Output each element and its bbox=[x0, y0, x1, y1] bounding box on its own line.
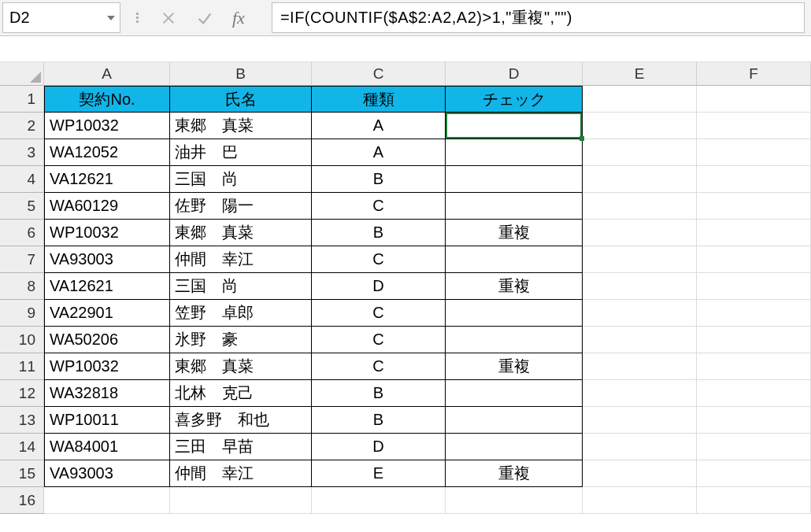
cell-B7[interactable]: 仲間 幸江 bbox=[170, 246, 312, 273]
cell-E16[interactable] bbox=[583, 487, 697, 514]
col-header-F[interactable]: F bbox=[697, 62, 811, 86]
cell-A10[interactable]: WA50206 bbox=[44, 327, 170, 353]
cell-B3[interactable]: 油井 巴 bbox=[170, 139, 312, 166]
cell-E14[interactable] bbox=[583, 434, 697, 460]
cell-F7[interactable] bbox=[697, 246, 811, 273]
cell-A1[interactable]: 契約No. bbox=[44, 86, 170, 113]
cell-E9[interactable] bbox=[583, 300, 697, 327]
cell-C8[interactable]: D bbox=[312, 273, 446, 300]
cell-D14[interactable] bbox=[446, 434, 583, 460]
cell-B10[interactable]: 氷野 豪 bbox=[170, 327, 312, 353]
cell-A8[interactable]: VA12621 bbox=[44, 273, 170, 300]
cell-F12[interactable] bbox=[697, 380, 811, 407]
cell-A12[interactable]: WA32818 bbox=[44, 380, 170, 407]
cell-D6[interactable]: 重複 bbox=[446, 220, 583, 246]
cancel-icon[interactable] bbox=[160, 9, 177, 27]
cell-B9[interactable]: 笠野 卓郎 bbox=[170, 300, 312, 327]
cell-E10[interactable] bbox=[583, 327, 697, 353]
cell-C15[interactable]: E bbox=[312, 460, 446, 487]
cell-D3[interactable] bbox=[446, 139, 583, 166]
cell-C12[interactable]: B bbox=[312, 380, 446, 407]
cell-E6[interactable] bbox=[583, 220, 697, 246]
cell-D11[interactable]: 重複 bbox=[446, 353, 583, 380]
cell-E8[interactable] bbox=[583, 273, 697, 300]
cell-F8[interactable] bbox=[697, 273, 811, 300]
row-header[interactable]: 9 bbox=[0, 300, 44, 327]
cell-C10[interactable]: C bbox=[312, 327, 446, 353]
cell-D5[interactable] bbox=[446, 193, 583, 220]
cell-D7[interactable] bbox=[446, 246, 583, 273]
row-header[interactable]: 15 bbox=[0, 460, 44, 487]
cell-B12[interactable]: 北林 克己 bbox=[170, 380, 312, 407]
col-header-B[interactable]: B bbox=[170, 62, 312, 86]
cell-E5[interactable] bbox=[583, 193, 697, 220]
cell-F1[interactable] bbox=[697, 86, 811, 113]
cell-D8[interactable]: 重複 bbox=[446, 273, 583, 300]
cell-C9[interactable]: C bbox=[312, 300, 446, 327]
row-header[interactable]: 4 bbox=[0, 166, 44, 193]
cell-A2[interactable]: WP10032 bbox=[44, 113, 170, 139]
cell-F16[interactable] bbox=[697, 487, 811, 514]
name-box[interactable]: D2 bbox=[2, 2, 120, 33]
cell-A6[interactable]: WP10032 bbox=[44, 220, 170, 246]
cell-F10[interactable] bbox=[697, 327, 811, 353]
cell-D9[interactable] bbox=[446, 300, 583, 327]
cell-B11[interactable]: 東郷 真菜 bbox=[170, 353, 312, 380]
row-header[interactable]: 14 bbox=[0, 434, 44, 460]
row-header[interactable]: 1 bbox=[0, 86, 44, 113]
row-header[interactable]: 6 bbox=[0, 220, 44, 246]
cell-E13[interactable] bbox=[583, 407, 697, 434]
cell-A16[interactable] bbox=[44, 487, 170, 514]
cell-B1[interactable]: 氏名 bbox=[170, 86, 312, 113]
row-header[interactable]: 10 bbox=[0, 327, 44, 353]
cell-F15[interactable] bbox=[697, 460, 811, 487]
row-header[interactable]: 11 bbox=[0, 353, 44, 380]
cell-A9[interactable]: VA22901 bbox=[44, 300, 170, 327]
cell-F5[interactable] bbox=[697, 193, 811, 220]
cell-B16[interactable] bbox=[170, 487, 312, 514]
cell-E4[interactable] bbox=[583, 166, 697, 193]
cell-E7[interactable] bbox=[583, 246, 697, 273]
fx-icon[interactable]: fx bbox=[232, 8, 256, 28]
row-header[interactable]: 13 bbox=[0, 407, 44, 434]
cell-E15[interactable] bbox=[583, 460, 697, 487]
cell-F9[interactable] bbox=[697, 300, 811, 327]
cell-D15[interactable]: 重複 bbox=[446, 460, 583, 487]
cell-C11[interactable]: C bbox=[312, 353, 446, 380]
cell-F11[interactable] bbox=[697, 353, 811, 380]
cell-A5[interactable]: WA60129 bbox=[44, 193, 170, 220]
cell-C7[interactable]: C bbox=[312, 246, 446, 273]
cell-D4[interactable] bbox=[446, 166, 583, 193]
cell-B13[interactable]: 喜多野 和也 bbox=[170, 407, 312, 434]
row-header[interactable]: 12 bbox=[0, 380, 44, 407]
chevron-down-icon[interactable] bbox=[107, 16, 115, 20]
row-header[interactable]: 3 bbox=[0, 139, 44, 166]
cell-A14[interactable]: WA84001 bbox=[44, 434, 170, 460]
enter-icon[interactable] bbox=[196, 9, 213, 27]
cell-F14[interactable] bbox=[697, 434, 811, 460]
select-all-triangle[interactable] bbox=[0, 62, 44, 86]
cell-B14[interactable]: 三田 早苗 bbox=[170, 434, 312, 460]
cell-F13[interactable] bbox=[697, 407, 811, 434]
cell-E3[interactable] bbox=[583, 139, 697, 166]
cell-D2[interactable] bbox=[446, 113, 583, 139]
cell-A11[interactable]: WP10032 bbox=[44, 353, 170, 380]
cell-D12[interactable] bbox=[446, 380, 583, 407]
cell-E12[interactable] bbox=[583, 380, 697, 407]
row-header[interactable]: 2 bbox=[0, 113, 44, 139]
cell-B6[interactable]: 東郷 真菜 bbox=[170, 220, 312, 246]
cell-B5[interactable]: 佐野 陽一 bbox=[170, 193, 312, 220]
cell-A13[interactable]: WP10011 bbox=[44, 407, 170, 434]
formula-input[interactable]: =IF(COUNTIF($A$2:A2,A2)>1,"重複","") bbox=[272, 2, 805, 33]
row-header[interactable]: 5 bbox=[0, 193, 44, 220]
col-header-D[interactable]: D bbox=[446, 62, 583, 86]
cell-D10[interactable] bbox=[446, 327, 583, 353]
cell-A7[interactable]: VA93003 bbox=[44, 246, 170, 273]
cell-B8[interactable]: 三国 尚 bbox=[170, 273, 312, 300]
cell-A15[interactable]: VA93003 bbox=[44, 460, 170, 487]
row-header[interactable]: 8 bbox=[0, 273, 44, 300]
cell-C5[interactable]: C bbox=[312, 193, 446, 220]
cell-C6[interactable]: B bbox=[312, 220, 446, 246]
cell-A3[interactable]: WA12052 bbox=[44, 139, 170, 166]
col-header-A[interactable]: A bbox=[44, 62, 170, 86]
